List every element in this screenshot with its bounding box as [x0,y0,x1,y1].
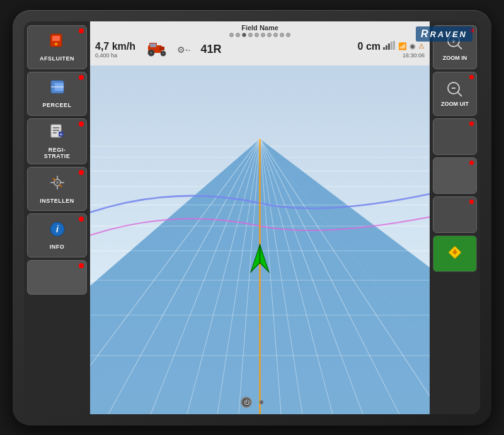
steering-info: ⚙-· [177,45,191,55]
sidebar-btn-registratie[interactable]: ≡ REGI- STRATIE [27,118,87,165]
led-indicator [260,400,263,404]
dot-8 [273,33,278,37]
sidebar-btn-instellen[interactable]: INSTELLEN [27,167,87,211]
info-label: INFO [50,244,65,251]
signal-bars [383,41,396,52]
svg-point-2 [55,43,57,45]
dot-4 [248,33,253,37]
zoom-out-icon [446,81,464,101]
registratie-label: REGI- STRATIE [44,147,70,161]
afsluiten-label: AFSLUITEN [40,55,74,62]
map-area[interactable] [90,65,430,414]
info-icon: i [49,221,66,241]
sidebar-btn-afsluiten[interactable]: AFSLUITEN [27,25,87,69]
left-sidebar: AFSLUITEN PERCEEL [24,21,90,414]
field-map-svg [90,65,430,414]
right-btn-4[interactable] [433,157,477,194]
dot-6 [261,33,265,37]
svg-rect-34 [393,41,395,50]
svg-rect-24 [150,43,156,47]
perceel-icon [49,78,66,99]
center-content: Field Name [90,21,430,414]
indicator-dot [79,75,84,80]
sidebar-btn-perceel[interactable]: PERCEEL [27,72,87,116]
alert-icon: ⚠ [418,42,425,50]
dots-indicators [95,33,425,37]
right-btn-5[interactable] [433,196,477,233]
offset-value: 0 cm [358,41,381,52]
instellen-icon [49,174,66,195]
svg-text:≡: ≡ [59,132,62,137]
perceel-label: PERCEEL [42,102,71,109]
speed-value: 4,7 km/h [95,41,135,52]
dot-9 [280,33,284,37]
indicator-dot [469,161,474,165]
field-name: Field Name [95,24,425,31]
svg-point-28 [163,52,164,54]
svg-line-86 [458,45,462,49]
svg-rect-30 [383,47,385,50]
dot-1 [229,33,234,37]
zoom-in-label: ZOOM IN [443,55,467,61]
dot-7 [267,33,272,37]
indicator-dot [469,121,474,126]
tractor-icon-wrapper [147,39,169,60]
svg-rect-32 [388,43,390,50]
afsluiten-icon [49,31,66,53]
svg-line-18 [53,178,55,180]
svg-line-19 [59,184,61,186]
area-value: 0,400 ha [95,52,135,59]
zoom-out-label: ZOOM UIT [441,101,469,107]
steer-label: ⚙-· [177,45,191,55]
indicator-dot [469,75,474,79]
svg-rect-31 [386,45,387,50]
indicator-dot [79,121,84,127]
instellen-label: INSTELLEN [40,198,74,205]
tablet-device: RRAVEN AFSLUITEN [13,10,491,426]
indicator-dot [469,200,474,204]
svg-point-26 [150,52,152,54]
indicator-dot [79,217,84,222]
offset-info: 0 cm 📶 [358,41,425,59]
right-sidebar: ZOOM IN ZOOM UIT [430,21,480,414]
gps-icon: ◉ [410,42,416,50]
tablet-screen: RRAVEN AFSLUITEN [24,21,480,414]
main-layout: AFSLUITEN PERCEEL [24,21,480,414]
guidance-value: 41R [201,43,222,56]
time-display: 16:30:06 [403,52,425,59]
sidebar-btn-info[interactable]: i INFO [27,213,87,257]
svg-line-89 [458,93,462,96]
nav-green-button[interactable] [433,235,477,272]
top-status-bar: Field Name [90,21,430,65]
svg-rect-33 [391,42,392,50]
dot-2 [236,33,240,37]
svg-point-13 [56,181,59,184]
speed-info: 4,7 km/h 0,400 ha [95,41,135,59]
status-row: 4,7 km/h 0,400 ha [95,39,425,60]
dot-3 [242,33,246,37]
svg-rect-29 [159,47,164,50]
indicator-dot [79,28,84,33]
tractor-icon [147,39,169,58]
dot-10 [286,33,290,37]
zoom-out-button[interactable]: ZOOM UIT [433,72,477,116]
registratie-icon: ≡ [49,123,66,144]
svg-rect-1 [52,36,60,41]
dot-5 [255,33,259,37]
sidebar-btn-extra[interactable] [27,260,87,295]
wifi-icon: 📶 [398,42,407,50]
brand-logo: RRAVEN [416,26,472,42]
tablet-bottom-controls: ⏻ [241,397,263,408]
power-button[interactable]: ⏻ [241,397,252,408]
right-btn-3[interactable] [433,118,477,155]
nav-diamond-icon [446,244,464,264]
indicator-dot [79,263,84,268]
indicator-dot [79,170,84,175]
